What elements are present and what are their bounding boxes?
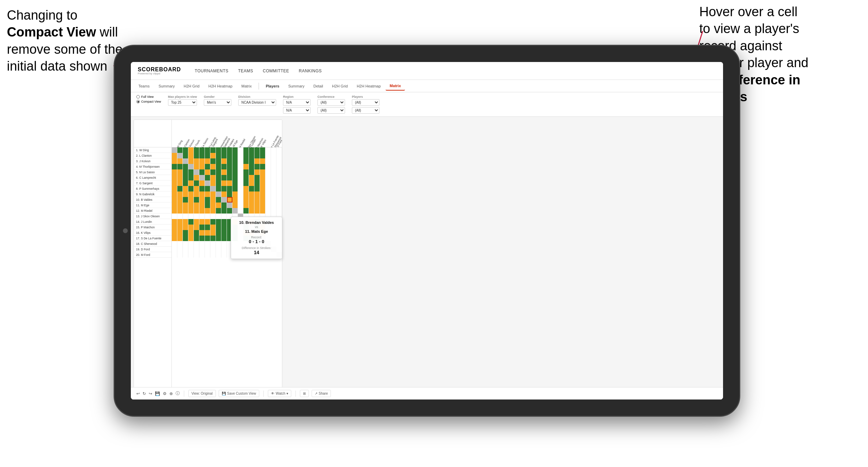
conference-select-1[interactable]: (All) [317, 99, 345, 106]
cell-11-6[interactable] [199, 203, 205, 208]
cell-19-1[interactable] [172, 247, 177, 252]
cell-17-2[interactable] [177, 236, 183, 241]
cell-10-8[interactable] [210, 197, 216, 203]
cell-10-4[interactable] [188, 197, 194, 203]
cell-9-17[interactable] [260, 191, 265, 197]
cell-17-5[interactable] [194, 236, 199, 241]
cell-3-8[interactable] [210, 158, 216, 164]
cell-7-12[interactable] [232, 180, 238, 186]
cell-2-19[interactable] [271, 153, 276, 158]
cell-3-16[interactable] [254, 158, 260, 164]
cell-5-19[interactable] [271, 169, 276, 175]
cell-16-4[interactable] [188, 230, 194, 236]
cell-15-3[interactable] [183, 225, 188, 230]
cell-6-4[interactable] [188, 175, 194, 180]
cell-12-8[interactable] [210, 208, 216, 214]
cell-8-3[interactable] [183, 186, 188, 191]
cell-1-14[interactable] [243, 147, 249, 153]
cell-2-17[interactable] [260, 153, 265, 158]
cell-11-10[interactable] [221, 203, 227, 208]
nav-rankings[interactable]: RANKINGS [299, 69, 322, 73]
cell-18-7[interactable] [205, 241, 210, 247]
cell-12-6[interactable] [199, 208, 205, 214]
cell-3-3[interactable] [183, 158, 188, 164]
cell-5-9[interactable] [216, 169, 221, 175]
cell-9-9[interactable] [216, 191, 221, 197]
nav-committee[interactable]: COMMITTEE [263, 69, 289, 73]
cell-11-9[interactable] [216, 203, 221, 208]
cell-4-18[interactable] [265, 164, 271, 169]
cell-17-6[interactable] [199, 236, 205, 241]
cell-2-2[interactable] [177, 153, 183, 158]
cell-13-2[interactable] [177, 214, 183, 219]
cell-9-14[interactable] [243, 191, 249, 197]
cell-19-5[interactable] [194, 247, 199, 252]
cell-3-14[interactable] [243, 158, 249, 164]
cell-15-10[interactable] [221, 225, 227, 230]
cell-2-4[interactable] [188, 153, 194, 158]
tab-matrix-active[interactable]: Matrix [386, 82, 405, 91]
undo-icon[interactable]: ↩ [136, 391, 140, 396]
cell-19-9[interactable] [216, 247, 221, 252]
cell-18-1[interactable] [172, 241, 177, 247]
cell-1-8[interactable] [210, 147, 216, 153]
cell-11-7[interactable] [205, 203, 210, 208]
cell-20-4[interactable] [188, 252, 194, 258]
cell-14-8[interactable] [210, 219, 216, 225]
cell-12-4[interactable] [188, 208, 194, 214]
cell-5-17[interactable] [260, 169, 265, 175]
cell-20-5[interactable] [194, 252, 199, 258]
cell-20-10[interactable] [221, 252, 227, 258]
cell-3-6[interactable] [199, 158, 205, 164]
cell-18-4[interactable] [188, 241, 194, 247]
save-icon[interactable]: 💾 [155, 391, 160, 396]
cell-13-8[interactable] [210, 214, 216, 219]
cell-11-12[interactable] [232, 203, 238, 208]
cell-12-1[interactable] [172, 208, 177, 214]
cell-4-20[interactable] [276, 164, 282, 169]
cell-7-1[interactable] [172, 180, 177, 186]
cell-15-2[interactable] [177, 225, 183, 230]
share-btn[interactable]: ↗ Share [312, 390, 331, 397]
cell-9-3[interactable] [183, 191, 188, 197]
cell-9-5[interactable] [194, 191, 199, 197]
cell-1-20[interactable] [276, 147, 282, 153]
cell-8-16[interactable] [254, 186, 260, 191]
cell-6-14[interactable] [243, 175, 249, 180]
cell-16-8[interactable] [210, 230, 216, 236]
cell-10-16[interactable] [254, 197, 260, 203]
cell-18-6[interactable] [199, 241, 205, 247]
cell-14-1[interactable] [172, 219, 177, 225]
cell-9-4[interactable] [188, 191, 194, 197]
cell-4-9[interactable] [216, 164, 221, 169]
cell-6-12[interactable] [232, 175, 238, 180]
cell-17-4[interactable] [188, 236, 194, 241]
cell-2-7[interactable] [205, 153, 210, 158]
cell-17-9[interactable] [216, 236, 221, 241]
cell-13-10[interactable] [221, 214, 227, 219]
cell-8-12[interactable] [232, 186, 238, 191]
cell-3-18[interactable] [265, 158, 271, 164]
cell-7-9[interactable] [216, 180, 221, 186]
cell-7-11[interactable] [227, 180, 232, 186]
cell-12-5[interactable] [194, 208, 199, 214]
cell-11-8[interactable] [210, 203, 216, 208]
cell-4-13[interactable] [238, 164, 243, 169]
cell-12-9[interactable] [216, 208, 221, 214]
cell-7-17[interactable] [260, 180, 265, 186]
cell-6-1[interactable] [172, 175, 177, 180]
cell-13-6[interactable] [199, 214, 205, 219]
cell-10-12[interactable] [232, 197, 238, 203]
cell-6-9[interactable] [216, 175, 221, 180]
gender-select[interactable]: Men's [204, 99, 231, 106]
cell-2-3[interactable] [183, 153, 188, 158]
cell-2-20[interactable] [276, 153, 282, 158]
radio-compact-view[interactable]: Compact View [136, 100, 161, 103]
cell-2-5[interactable] [194, 153, 199, 158]
cell-1-2[interactable] [177, 147, 183, 153]
cell-4-19[interactable] [271, 164, 276, 169]
cell-3-11[interactable] [227, 158, 232, 164]
tab-h2h-grid-left[interactable]: H2H Grid [179, 82, 203, 90]
cell-1-11[interactable] [227, 147, 232, 153]
cell-9-20[interactable] [276, 191, 282, 197]
